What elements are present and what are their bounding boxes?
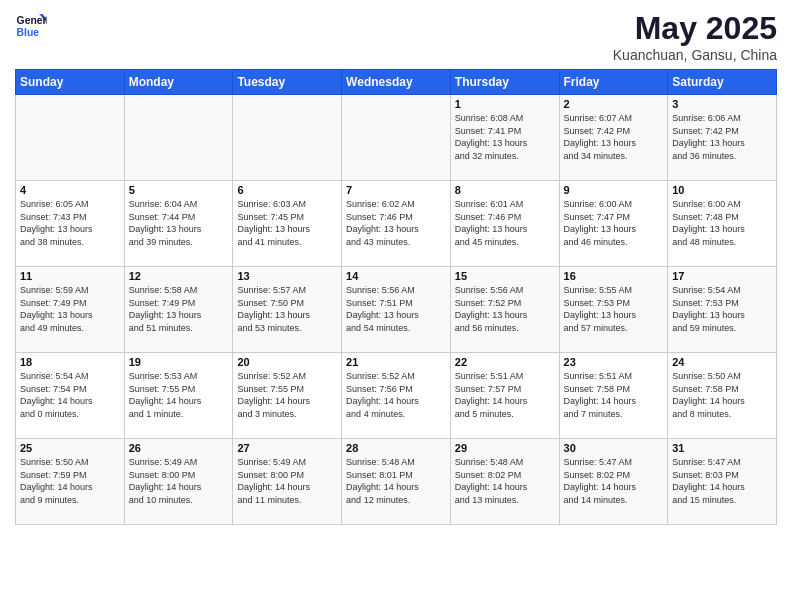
day-number: 11 [20, 270, 120, 282]
week-row-2: 4Sunrise: 6:05 AM Sunset: 7:43 PM Daylig… [16, 181, 777, 267]
calendar-cell [342, 95, 451, 181]
day-number: 6 [237, 184, 337, 196]
day-info: Sunrise: 5:53 AM Sunset: 7:55 PM Dayligh… [129, 370, 229, 420]
day-info: Sunrise: 5:55 AM Sunset: 7:53 PM Dayligh… [564, 284, 664, 334]
day-info: Sunrise: 6:04 AM Sunset: 7:44 PM Dayligh… [129, 198, 229, 248]
page-container: General Blue May 2025 Kuanchuan, Gansu, … [0, 0, 792, 612]
week-row-1: 1Sunrise: 6:08 AM Sunset: 7:41 PM Daylig… [16, 95, 777, 181]
title-section: May 2025 Kuanchuan, Gansu, China [613, 10, 777, 63]
day-info: Sunrise: 5:59 AM Sunset: 7:49 PM Dayligh… [20, 284, 120, 334]
day-number: 1 [455, 98, 555, 110]
svg-text:Blue: Blue [17, 27, 40, 38]
week-row-3: 11Sunrise: 5:59 AM Sunset: 7:49 PM Dayli… [16, 267, 777, 353]
calendar-title: May 2025 [613, 10, 777, 47]
header-cell-saturday: Saturday [668, 70, 777, 95]
day-number: 25 [20, 442, 120, 454]
calendar-cell: 18Sunrise: 5:54 AM Sunset: 7:54 PM Dayli… [16, 353, 125, 439]
header-cell-tuesday: Tuesday [233, 70, 342, 95]
day-number: 28 [346, 442, 446, 454]
calendar-cell: 17Sunrise: 5:54 AM Sunset: 7:53 PM Dayli… [668, 267, 777, 353]
day-number: 23 [564, 356, 664, 368]
day-info: Sunrise: 5:52 AM Sunset: 7:55 PM Dayligh… [237, 370, 337, 420]
calendar-cell [233, 95, 342, 181]
calendar-cell: 9Sunrise: 6:00 AM Sunset: 7:47 PM Daylig… [559, 181, 668, 267]
calendar-cell: 6Sunrise: 6:03 AM Sunset: 7:45 PM Daylig… [233, 181, 342, 267]
calendar-cell: 24Sunrise: 5:50 AM Sunset: 7:58 PM Dayli… [668, 353, 777, 439]
day-info: Sunrise: 6:03 AM Sunset: 7:45 PM Dayligh… [237, 198, 337, 248]
calendar-cell: 14Sunrise: 5:56 AM Sunset: 7:51 PM Dayli… [342, 267, 451, 353]
header-row: SundayMondayTuesdayWednesdayThursdayFrid… [16, 70, 777, 95]
calendar-cell: 2Sunrise: 6:07 AM Sunset: 7:42 PM Daylig… [559, 95, 668, 181]
calendar-cell: 5Sunrise: 6:04 AM Sunset: 7:44 PM Daylig… [124, 181, 233, 267]
page-header: General Blue May 2025 Kuanchuan, Gansu, … [15, 10, 777, 63]
day-number: 4 [20, 184, 120, 196]
calendar-cell: 4Sunrise: 6:05 AM Sunset: 7:43 PM Daylig… [16, 181, 125, 267]
header-cell-wednesday: Wednesday [342, 70, 451, 95]
calendar-cell: 10Sunrise: 6:00 AM Sunset: 7:48 PM Dayli… [668, 181, 777, 267]
logo: General Blue [15, 10, 47, 42]
calendar-header: SundayMondayTuesdayWednesdayThursdayFrid… [16, 70, 777, 95]
calendar-cell: 21Sunrise: 5:52 AM Sunset: 7:56 PM Dayli… [342, 353, 451, 439]
day-info: Sunrise: 6:06 AM Sunset: 7:42 PM Dayligh… [672, 112, 772, 162]
day-info: Sunrise: 6:05 AM Sunset: 7:43 PM Dayligh… [20, 198, 120, 248]
day-number: 30 [564, 442, 664, 454]
calendar-cell: 11Sunrise: 5:59 AM Sunset: 7:49 PM Dayli… [16, 267, 125, 353]
day-info: Sunrise: 5:58 AM Sunset: 7:49 PM Dayligh… [129, 284, 229, 334]
calendar-cell: 13Sunrise: 5:57 AM Sunset: 7:50 PM Dayli… [233, 267, 342, 353]
day-number: 27 [237, 442, 337, 454]
day-info: Sunrise: 5:49 AM Sunset: 8:00 PM Dayligh… [129, 456, 229, 506]
day-number: 21 [346, 356, 446, 368]
calendar-cell: 1Sunrise: 6:08 AM Sunset: 7:41 PM Daylig… [450, 95, 559, 181]
calendar-cell: 23Sunrise: 5:51 AM Sunset: 7:58 PM Dayli… [559, 353, 668, 439]
calendar-cell: 27Sunrise: 5:49 AM Sunset: 8:00 PM Dayli… [233, 439, 342, 525]
day-info: Sunrise: 6:01 AM Sunset: 7:46 PM Dayligh… [455, 198, 555, 248]
day-info: Sunrise: 5:56 AM Sunset: 7:52 PM Dayligh… [455, 284, 555, 334]
day-info: Sunrise: 5:51 AM Sunset: 7:58 PM Dayligh… [564, 370, 664, 420]
day-info: Sunrise: 5:48 AM Sunset: 8:01 PM Dayligh… [346, 456, 446, 506]
week-row-5: 25Sunrise: 5:50 AM Sunset: 7:59 PM Dayli… [16, 439, 777, 525]
calendar-cell: 22Sunrise: 5:51 AM Sunset: 7:57 PM Dayli… [450, 353, 559, 439]
calendar-cell: 12Sunrise: 5:58 AM Sunset: 7:49 PM Dayli… [124, 267, 233, 353]
day-number: 7 [346, 184, 446, 196]
header-cell-thursday: Thursday [450, 70, 559, 95]
calendar-cell: 7Sunrise: 6:02 AM Sunset: 7:46 PM Daylig… [342, 181, 451, 267]
day-number: 8 [455, 184, 555, 196]
day-number: 10 [672, 184, 772, 196]
calendar-cell: 29Sunrise: 5:48 AM Sunset: 8:02 PM Dayli… [450, 439, 559, 525]
day-number: 3 [672, 98, 772, 110]
calendar-table: SundayMondayTuesdayWednesdayThursdayFrid… [15, 69, 777, 525]
header-cell-monday: Monday [124, 70, 233, 95]
calendar-subtitle: Kuanchuan, Gansu, China [613, 47, 777, 63]
day-number: 5 [129, 184, 229, 196]
day-info: Sunrise: 5:50 AM Sunset: 7:59 PM Dayligh… [20, 456, 120, 506]
calendar-cell: 31Sunrise: 5:47 AM Sunset: 8:03 PM Dayli… [668, 439, 777, 525]
day-info: Sunrise: 5:48 AM Sunset: 8:02 PM Dayligh… [455, 456, 555, 506]
day-number: 31 [672, 442, 772, 454]
day-number: 12 [129, 270, 229, 282]
day-number: 22 [455, 356, 555, 368]
day-number: 9 [564, 184, 664, 196]
day-number: 14 [346, 270, 446, 282]
day-info: Sunrise: 5:56 AM Sunset: 7:51 PM Dayligh… [346, 284, 446, 334]
day-number: 2 [564, 98, 664, 110]
day-number: 19 [129, 356, 229, 368]
calendar-cell: 20Sunrise: 5:52 AM Sunset: 7:55 PM Dayli… [233, 353, 342, 439]
day-info: Sunrise: 6:00 AM Sunset: 7:47 PM Dayligh… [564, 198, 664, 248]
calendar-cell: 28Sunrise: 5:48 AM Sunset: 8:01 PM Dayli… [342, 439, 451, 525]
day-number: 16 [564, 270, 664, 282]
header-cell-sunday: Sunday [16, 70, 125, 95]
day-number: 18 [20, 356, 120, 368]
day-number: 26 [129, 442, 229, 454]
day-info: Sunrise: 5:49 AM Sunset: 8:00 PM Dayligh… [237, 456, 337, 506]
header-cell-friday: Friday [559, 70, 668, 95]
day-info: Sunrise: 5:47 AM Sunset: 8:02 PM Dayligh… [564, 456, 664, 506]
day-number: 24 [672, 356, 772, 368]
calendar-cell: 19Sunrise: 5:53 AM Sunset: 7:55 PM Dayli… [124, 353, 233, 439]
calendar-cell: 16Sunrise: 5:55 AM Sunset: 7:53 PM Dayli… [559, 267, 668, 353]
day-info: Sunrise: 5:51 AM Sunset: 7:57 PM Dayligh… [455, 370, 555, 420]
day-info: Sunrise: 6:00 AM Sunset: 7:48 PM Dayligh… [672, 198, 772, 248]
calendar-cell: 25Sunrise: 5:50 AM Sunset: 7:59 PM Dayli… [16, 439, 125, 525]
day-info: Sunrise: 5:47 AM Sunset: 8:03 PM Dayligh… [672, 456, 772, 506]
calendar-cell [16, 95, 125, 181]
day-number: 15 [455, 270, 555, 282]
